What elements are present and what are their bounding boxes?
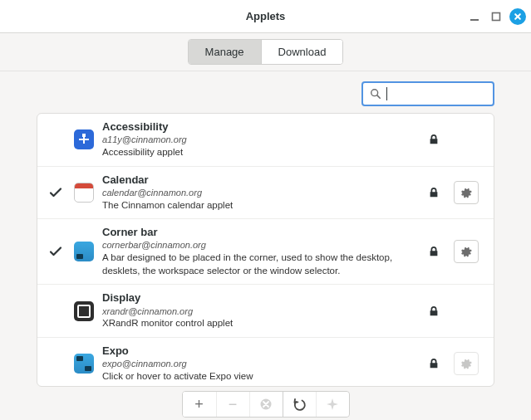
action-toolbar-group: + − — [182, 391, 350, 418]
applet-list-scroll[interactable]: Accessibility a11y@cinnamon.org Accessib… — [37, 114, 494, 386]
applet-row[interactable]: Accessibility a11y@cinnamon.org Accessib… — [37, 114, 494, 167]
applet-name: Corner bar — [102, 226, 415, 239]
settings-col — [452, 181, 480, 204]
minus-icon: − — [229, 397, 238, 412]
delete-icon — [259, 398, 273, 411]
applet-name: Expo — [102, 344, 415, 358]
gear-icon — [460, 246, 472, 257]
applet-id: calendar@cinnamon.org — [102, 187, 415, 199]
lock-icon — [424, 134, 444, 145]
search-row — [0, 71, 531, 113]
add-button[interactable]: + — [183, 392, 216, 417]
applet-text: Corner bar cornerbar@cinnamon.org A bar … — [102, 226, 415, 277]
applet-name: Calendar — [102, 173, 415, 187]
tab-manage[interactable]: Manage — [189, 40, 261, 64]
enabled-check — [46, 245, 66, 258]
applet-id: xrandr@cinnamon.org — [102, 305, 415, 318]
settings-button[interactable] — [454, 181, 479, 204]
gear-icon — [460, 358, 472, 369]
window-title: Applets — [246, 10, 286, 22]
accessibility-icon — [74, 129, 94, 149]
lock-icon — [424, 246, 444, 257]
applet-desc: Accessibility applet — [102, 146, 415, 159]
text-cursor — [386, 87, 387, 100]
applet-text: Accessibility a11y@cinnamon.org Accessib… — [102, 120, 415, 159]
svg-rect-1 — [493, 13, 500, 21]
applet-row[interactable]: Expo expo@cinnamon.org Click or hover to… — [37, 338, 494, 386]
star-four-icon — [326, 398, 339, 411]
enabled-check — [46, 186, 66, 199]
settings-col — [452, 240, 480, 263]
applet-desc: The Cinnamon calendar applet — [102, 199, 415, 212]
corner-bar-icon — [74, 242, 94, 261]
applet-row[interactable]: Display xrandr@cinnamon.org XRandR monit… — [37, 285, 494, 338]
settings-col — [452, 352, 480, 375]
minimize-button[interactable] — [466, 8, 483, 25]
maximize-button[interactable] — [488, 8, 504, 25]
svg-rect-0 — [470, 19, 479, 21]
applet-name: Accessibility — [102, 120, 415, 134]
settings-button[interactable] — [454, 240, 479, 263]
applet-desc: Click or hover to activate Expo view — [102, 370, 415, 383]
close-button[interactable] — [509, 8, 526, 25]
search-box[interactable] — [361, 81, 494, 106]
applet-text: Calendar calendar@cinnamon.org The Cinna… — [102, 173, 415, 212]
undo-icon — [292, 397, 307, 412]
headerbar: Applets — [0, 0, 531, 33]
lock-icon — [424, 187, 444, 198]
applet-id: cornerbar@cinnamon.org — [102, 239, 415, 252]
applet-name: Display — [102, 291, 415, 305]
gear-icon — [460, 187, 472, 198]
restore-button[interactable] — [283, 392, 316, 417]
applet-desc: XRandR monitor control applet — [102, 317, 415, 330]
check-icon — [49, 186, 62, 199]
plus-icon: + — [194, 397, 204, 412]
search-icon — [370, 88, 381, 100]
settings-button-disabled — [454, 352, 479, 375]
applet-id: expo@cinnamon.org — [102, 358, 415, 370]
action-toolbar: + − — [0, 387, 531, 420]
tab-download[interactable]: Download — [261, 40, 343, 64]
remove-button: − — [216, 392, 249, 417]
calendar-icon — [74, 183, 94, 203]
display-icon — [74, 301, 94, 321]
lock-icon — [424, 358, 444, 369]
lock-icon — [424, 305, 444, 317]
svg-line-3 — [377, 95, 380, 98]
about-button — [316, 392, 349, 417]
window-controls — [466, 0, 526, 33]
applet-text: Expo expo@cinnamon.org Click or hover to… — [102, 344, 415, 383]
applet-row[interactable]: Calendar calendar@cinnamon.org The Cinna… — [37, 167, 494, 220]
applet-id: a11y@cinnamon.org — [102, 134, 415, 146]
search-input[interactable] — [392, 88, 486, 100]
applet-text: Display xrandr@cinnamon.org XRandR monit… — [102, 291, 415, 330]
tab-switcher-row: Manage Download — [0, 33, 531, 71]
uninstall-button — [249, 392, 283, 417]
applet-row[interactable]: Corner bar cornerbar@cinnamon.org A bar … — [37, 219, 494, 285]
check-icon — [49, 245, 62, 258]
applet-desc: A bar designed to be placed in the corne… — [102, 252, 415, 277]
expo-icon — [74, 354, 94, 374]
applet-list: Accessibility a11y@cinnamon.org Accessib… — [37, 113, 494, 387]
tab-switcher: Manage Download — [188, 39, 344, 65]
